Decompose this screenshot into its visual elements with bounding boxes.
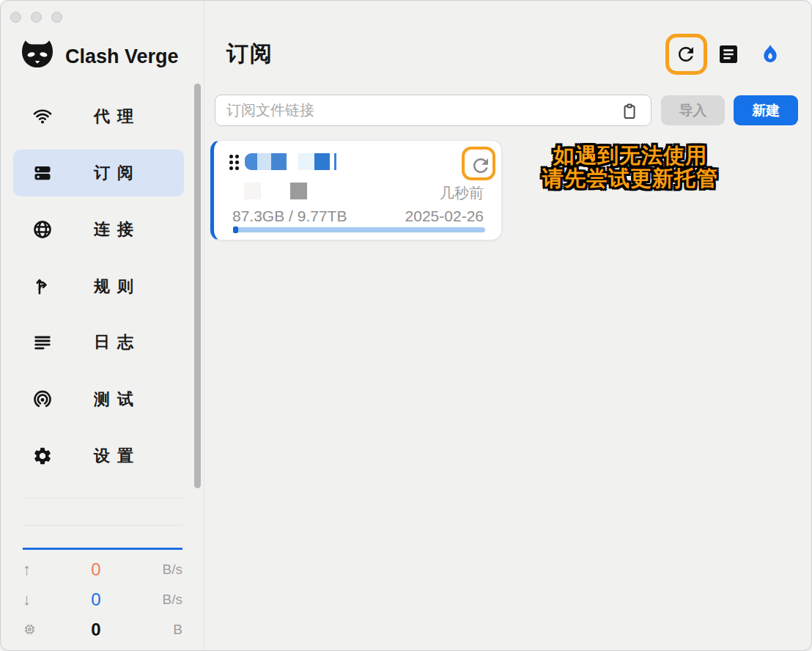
profile-card[interactable]: 几秒前 87.3GB / 9.77TB 2025-02-26 [210,140,502,240]
import-button[interactable]: 导入 [661,95,725,125]
sidebar-item-connections[interactable]: 连接 [13,206,184,253]
profile-traffic-usage: 87.3GB / 9.77TB [232,207,347,225]
globe-icon [32,219,53,240]
app-brand: Clash Verge [20,39,179,74]
traffic-graph-baseline [23,548,182,550]
sidebar: Clash Verge 代理 [1,1,204,651]
page-title: 订阅 [226,39,273,69]
sidebar-item-settings[interactable]: 设置 [13,433,184,479]
sidebar-item-label: 订阅 [94,162,141,184]
flame-icon [759,43,781,65]
app-window: Clash Verge 代理 [0,0,812,651]
logs-icon [32,332,53,353]
traffic-stat-unit: B/s [150,592,182,608]
refresh-icon [470,155,492,177]
sidebar-item-subscriptions[interactable]: 订阅 [13,150,184,196]
annotation-line-1: 如遇到无法使用 [512,144,748,167]
traffic-progress-fill [233,227,238,233]
drag-handle-icon[interactable] [229,155,239,170]
traffic-progress-bar [233,227,485,232]
wifi-icon [32,106,53,127]
traffic-stat-value: 0 [42,619,150,640]
arrow-down-icon: ↓ [23,590,42,609]
update-profile-button[interactable] [470,155,492,177]
new-profile-button[interactable]: 新建 [734,95,798,125]
annotation-tip-text: 如遇到无法使用 请先尝试更新托管 [512,144,748,190]
profile-updated-ago: 几秒前 [440,183,484,203]
subscription-url-input[interactable] [215,95,652,126]
cat-logo-icon [20,39,55,74]
sidebar-divider [23,525,182,526]
upload-stat-row: ↑ 0 B/s [11,554,187,584]
traffic-stat-value: 0 [42,559,150,580]
sidebar-item-logs[interactable]: 日志 [13,319,184,366]
download-stat-row: ↓ 0 B/s [11,584,187,614]
sidebar-item-label: 连接 [94,218,141,240]
sidebar-item-label: 代理 [94,106,141,128]
memory-chip-icon [23,622,42,636]
profile-expiry-date: 2025-02-26 [405,207,484,225]
sidebar-item-label: 日志 [94,331,141,353]
subscription-icon [32,163,53,183]
redacted-profile-name [245,153,336,170]
traffic-stat-unit: B/s [150,562,182,578]
sidebar-divider [23,498,182,499]
view-runtime-config-button[interactable] [717,43,740,66]
sidebar-item-rules[interactable]: 规则 [13,263,184,310]
document-icon [717,43,740,66]
memory-stat-row: 0 B [11,614,187,644]
sidebar-item-label: 规则 [94,276,141,298]
fork-right-icon [32,276,53,297]
paste-from-clipboard-button[interactable] [621,102,638,121]
signal-test-icon [32,389,53,410]
sidebar-item-proxies[interactable]: 代理 [13,93,184,140]
traffic-stat-value: 0 [42,589,150,610]
gear-icon [32,446,53,466]
refresh-all-profiles-button[interactable] [675,43,697,65]
main-panel: 订阅 导入 新建 [204,1,812,651]
clipboard-icon [621,102,638,121]
refresh-icon [675,43,697,65]
sidebar-item-test[interactable]: 测试 [13,376,184,423]
scrollbar-thumb[interactable] [194,84,201,488]
traffic-stat-unit: B [150,622,182,638]
arrow-up-icon: ↑ [23,560,42,579]
app-title: Clash Verge [65,45,179,68]
sidebar-item-label: 设置 [94,445,141,467]
sidebar-item-label: 测试 [94,389,141,411]
redacted-profile-meta [233,183,307,199]
clash-core-button[interactable] [759,43,781,65]
annotation-line-2: 请先尝试更新托管 [512,167,748,190]
